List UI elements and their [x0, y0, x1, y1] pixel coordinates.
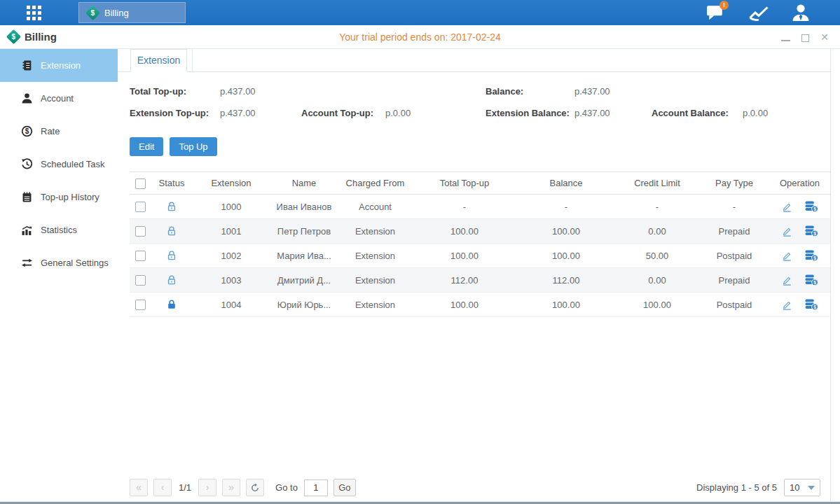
header-status: Status	[151, 178, 193, 188]
next-page-button[interactable]: ›	[198, 479, 216, 496]
goto-page-input[interactable]	[304, 479, 328, 496]
cell-credit-limit: -	[615, 202, 699, 212]
edit-row-icon[interactable]	[781, 274, 793, 286]
topbar-tab-label: Billing	[104, 8, 129, 18]
window-controls: ✕	[781, 30, 829, 44]
sidebar-item-general-settings[interactable]: General Settings	[0, 246, 118, 279]
table-body: 1000 Иван Иванов Account - - - - $	[130, 195, 830, 317]
svg-text:$: $	[25, 127, 29, 135]
svg-text:$: $	[813, 206, 816, 212]
app-launcher-icon[interactable]	[27, 6, 48, 20]
refresh-icon	[250, 483, 260, 493]
refresh-button[interactable]	[246, 479, 264, 496]
sidebar-item-extension[interactable]: Extension	[0, 49, 118, 82]
sidebar-item-label: Extension	[41, 60, 81, 71]
first-page-button[interactable]: «	[130, 479, 148, 496]
minimize-icon[interactable]	[781, 40, 790, 41]
lock-status-icon[interactable]	[166, 250, 177, 260]
account-icon	[21, 92, 33, 104]
sidebar-item-label: Scheduled Task	[41, 159, 105, 169]
cell-charged-from: Account	[338, 202, 412, 212]
last-page-button[interactable]: »	[222, 479, 240, 496]
topbar: $ Billing !	[0, 0, 840, 25]
sidebar-item-scheduled-task[interactable]: Scheduled Task	[0, 148, 118, 181]
edit-row-icon[interactable]	[781, 225, 793, 237]
topup-row-icon[interactable]: $	[805, 225, 818, 237]
lock-status-icon[interactable]	[166, 201, 177, 211]
trial-notice: Your trial period ends on: 2017-02-24	[0, 31, 840, 43]
cell-total-topup: 112.00	[412, 275, 517, 286]
svg-text:$: $	[813, 304, 816, 310]
topup-row-icon[interactable]: $	[805, 200, 818, 213]
page-size-select[interactable]: 10	[784, 479, 820, 496]
topbar-right-icons: !	[705, 0, 812, 25]
window-bottom-border	[0, 501, 840, 504]
total-topup-value: p.437.00	[220, 86, 256, 97]
header-pay-type: Pay Type	[699, 178, 769, 188]
edit-row-icon[interactable]	[781, 250, 793, 262]
lock-status-icon[interactable]	[166, 225, 177, 236]
lock-status-icon[interactable]	[166, 274, 177, 285]
table-row: 1004 Юрий Юрь... Extension 100.00 100.00…	[130, 293, 830, 317]
cell-name: Иван Иванов	[270, 202, 338, 212]
edit-button[interactable]: Edit	[130, 137, 163, 156]
statistics-icon	[21, 224, 33, 236]
page-size-value: 10	[790, 482, 799, 493]
topup-row-icon[interactable]: $	[805, 249, 818, 262]
scheduled-task-icon	[21, 158, 33, 170]
row-checkbox[interactable]	[135, 226, 146, 237]
action-buttons: Edit Top Up	[130, 137, 217, 156]
notification-badge: !	[719, 1, 729, 10]
sidebar-item-rate[interactable]: $ Rate	[0, 115, 118, 148]
cell-charged-from: Extension	[338, 300, 412, 310]
topup-button[interactable]: Top Up	[170, 137, 216, 156]
account-balance-value: p.0.00	[743, 108, 768, 118]
user-account-icon[interactable]	[791, 4, 812, 22]
extension-balance-value: p.437.00	[574, 108, 610, 118]
topup-row-icon[interactable]: $	[805, 298, 818, 311]
maximize-icon[interactable]	[801, 34, 809, 42]
topbar-billing-tab[interactable]: $ Billing	[78, 2, 186, 23]
topup-row-icon[interactable]: $	[805, 274, 818, 286]
pagination: « ‹ 1/1 › » Go to Go Displaying 1 - 5 of…	[130, 478, 820, 497]
general-settings-icon	[21, 257, 33, 269]
cell-name: Юрий Юрь...	[270, 300, 338, 310]
select-all-checkbox[interactable]	[135, 178, 146, 189]
chevron-down-icon	[808, 486, 815, 490]
extension-topup-value: p.437.00	[220, 108, 256, 118]
cell-balance: 100.00	[517, 226, 615, 237]
edit-row-icon[interactable]	[781, 299, 793, 311]
cell-total-topup: 100.00	[412, 300, 517, 310]
lock-status-icon[interactable]	[166, 299, 177, 309]
row-checkbox[interactable]	[135, 251, 146, 261]
prev-page-button[interactable]: ‹	[153, 479, 172, 496]
rate-icon: $	[21, 125, 33, 137]
edit-row-icon[interactable]	[781, 201, 793, 213]
topup-history-icon	[21, 191, 33, 203]
cell-pay-type: Prepaid	[699, 226, 769, 237]
balance-value: p.437.00	[574, 86, 610, 97]
sidebar-item-account[interactable]: Account	[0, 82, 118, 115]
tab-extension[interactable]: Extension	[130, 49, 187, 72]
cell-pay-type: Postpaid	[699, 300, 769, 310]
sidebar-item-topup-history[interactable]: Top-up History	[0, 181, 118, 214]
messages-icon[interactable]: !	[705, 4, 727, 22]
cell-name: Мария Ива...	[270, 251, 338, 261]
go-button[interactable]: Go	[333, 479, 356, 496]
sidebar-item-label: Statistics	[41, 225, 77, 235]
svg-text:$: $	[813, 255, 816, 261]
sidebar-item-statistics[interactable]: Statistics	[0, 214, 118, 246]
row-checkbox[interactable]	[135, 300, 146, 310]
header-name: Name	[270, 178, 338, 188]
resource-monitor-icon[interactable]	[748, 4, 769, 22]
row-checkbox[interactable]	[135, 275, 146, 286]
header-credit-limit: Credit Limit	[615, 178, 699, 188]
cell-credit-limit: 0.00	[615, 275, 699, 286]
sidebar-item-label: Account	[41, 93, 74, 104]
extension-balance-label: Extension Balance:	[486, 108, 570, 118]
row-checkbox[interactable]	[135, 202, 146, 212]
cell-balance: 112.00	[517, 275, 615, 286]
balance-summary: Total Top-up: p.437.00 Balance: p.437.00…	[118, 81, 830, 130]
close-icon[interactable]: ✕	[820, 30, 829, 44]
sidebar-item-label: Rate	[41, 126, 60, 136]
